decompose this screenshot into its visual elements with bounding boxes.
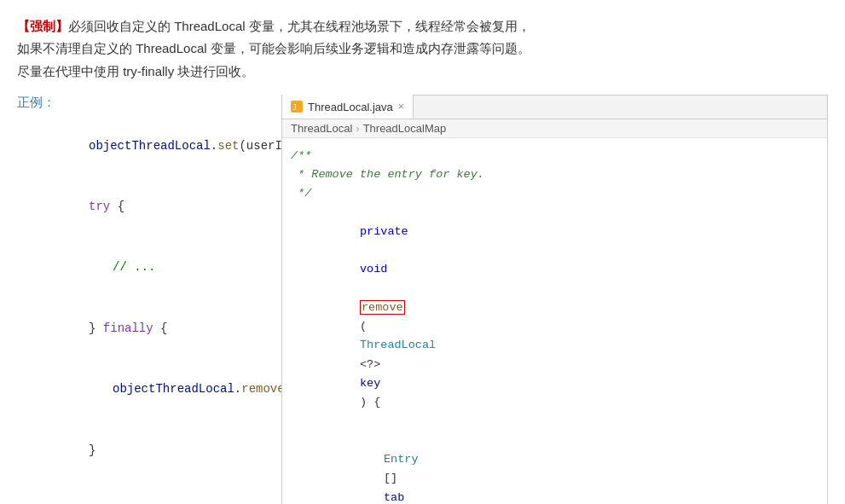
ide-line-method-sig: private void remove ( ThreadLocal <?> ke… <box>291 204 819 432</box>
kw-try: try <box>89 200 110 213</box>
left-panel: 正例： objectThreadLocal.set(userInfo); try… <box>17 95 281 481</box>
code-line-2: try { <box>17 177 273 237</box>
comment-1: // ... <box>113 260 155 274</box>
code-line-3: // ... <box>17 238 273 298</box>
tab-label: ThreadLocal.java <box>308 101 393 113</box>
right-panel: J ThreadLocal.java × ThreadLocal › Threa… <box>281 95 828 504</box>
svg-text:J: J <box>292 104 297 112</box>
tab-bar: J ThreadLocal.java × <box>282 96 827 119</box>
mandatory-tag: 强制 <box>17 19 68 33</box>
obj-ref-2: objectThreadLocal <box>113 382 234 396</box>
page-wrapper: 强制必须回收自定义的 ThreadLocal 变量，尤其在线程池场景下，线程经常… <box>0 0 845 504</box>
ide-line-comment-3: */ <box>291 184 819 203</box>
tab-threadlocal-java[interactable]: J ThreadLocal.java × <box>282 95 414 119</box>
description-line1: 必须回收自定义的 ThreadLocal 变量，尤其在线程池场景下，线程经常会被… <box>68 19 530 33</box>
method-set: set <box>217 139 239 153</box>
obj-ref-1: objectThreadLocal <box>89 139 211 153</box>
example-code-block: objectThreadLocal.set(userInfo); try { /… <box>17 116 273 481</box>
ide-line-comment-2: * Remove the entry for key. <box>291 165 819 184</box>
ide-line-1: Entry [] tab = table ; <box>291 432 819 504</box>
code-line-4: } finally { <box>17 298 273 359</box>
ide-line-comment-1: /** <box>291 147 819 165</box>
breadcrumb-2: ThreadLocalMap <box>363 122 447 135</box>
zheng-li-label: 正例： <box>17 95 273 111</box>
code-line-1: objectThreadLocal.set(userInfo); <box>17 116 273 177</box>
breadcrumb-sep: › <box>356 122 359 135</box>
tab-close-icon[interactable]: × <box>398 101 404 113</box>
description-line2: 如果不清理自定义的 ThreadLocal 变量，可能会影响后续业务逻辑和造成内… <box>17 41 530 55</box>
breadcrumb-bar: ThreadLocal › ThreadLocalMap <box>282 119 827 138</box>
code-line-6: } <box>17 420 273 481</box>
java-file-icon: J <box>291 101 303 113</box>
main-content: 正例： objectThreadLocal.set(userInfo); try… <box>17 95 828 504</box>
description-block: 强制必须回收自定义的 ThreadLocal 变量，尤其在线程池场景下，线程经常… <box>17 15 828 83</box>
code-line-5: objectThreadLocal.remove(); <box>17 359 273 420</box>
highlight-remove: remove <box>360 300 405 315</box>
description-line3: 尽量在代理中使用 try-finally 块进行回收。 <box>17 64 254 78</box>
method-remove: remove <box>241 382 284 396</box>
breadcrumb-1: ThreadLocal <box>291 122 352 135</box>
code-area: /** * Remove the entry for key. */ priva… <box>282 138 827 504</box>
kw-finally: finally <box>103 322 153 335</box>
